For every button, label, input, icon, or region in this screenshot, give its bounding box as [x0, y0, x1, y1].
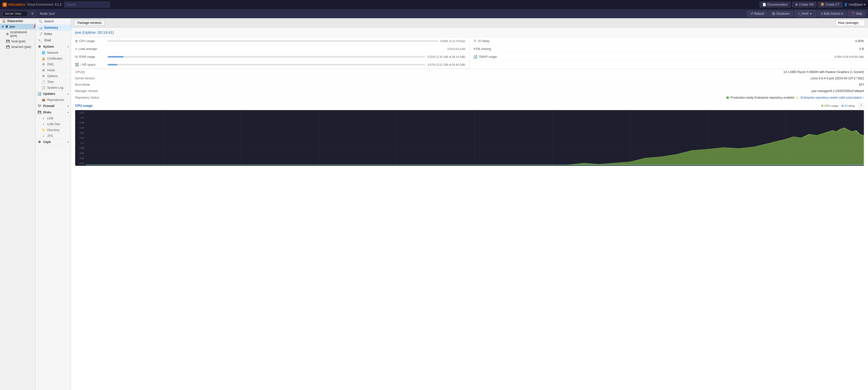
nav-section-disks[interactable]: 💾 Disks ▾: [35, 109, 71, 116]
cpu-stat-row: ⊞ CPU usage 0.00% of 12 CPU(s): [71, 37, 469, 45]
create-ct-label: Create CT: [825, 3, 839, 6]
ram-bar-fill: [107, 56, 124, 58]
nav-sub-options[interactable]: ⚙ Options: [35, 73, 71, 79]
nav-item-search[interactable]: 🔍 Search: [35, 18, 71, 25]
repo-enterprise-text: Production-ready Enterprise repository e…: [731, 96, 794, 99]
load-icon: ≡: [75, 47, 77, 51]
ram-bar: [107, 56, 425, 58]
ram-bar-container: [107, 56, 425, 58]
nav-section-ceph[interactable]: ⚙ Ceph ▾: [35, 139, 71, 145]
user-dropdown-icon: ▾: [864, 3, 865, 6]
search-icon: 🔍: [38, 20, 42, 23]
updates-label: Updates: [43, 92, 55, 96]
pve-expand-icon: ▾: [2, 25, 4, 28]
shutdown-button[interactable]: ⏻ Shutdown: [769, 11, 793, 17]
documentation-button[interactable]: 📄 Documentation: [760, 2, 790, 7]
nav-section-firewall[interactable]: 🛡 Firewall ▾: [35, 103, 71, 109]
time-selector-container: Hour (average): [836, 20, 865, 26]
directory-label: Directory: [47, 128, 59, 132]
topbar-actions: 📄 Documentation 🖥 Create VM 📦 Create CT …: [760, 2, 865, 7]
tree-item-localnetwork[interactable]: ⊞ localnetwork (pve): [0, 29, 35, 38]
hd-label: 💽 / HD space: [75, 63, 105, 66]
y-label-1: 0.2: [76, 117, 85, 119]
server-view-gear[interactable]: ⚙: [29, 11, 36, 17]
doc-icon: 📄: [763, 3, 766, 6]
shell-dropdown-icon[interactable]: ▾: [808, 11, 813, 16]
sidebar-tree: 🏠 Datacenter ▾ 🖥 pve: [0, 18, 35, 390]
nav-item-summary[interactable]: 📊 Summary: [35, 25, 71, 31]
reboot-button[interactable]: ↺ Reboot: [747, 11, 767, 17]
manager-info-row: Manager Version pve-manager/8.2.2/935535…: [71, 88, 868, 94]
search-input[interactable]: [64, 2, 110, 7]
nav-sub-directory[interactable]: 📁 Directory: [35, 127, 71, 133]
nav-sub-lvm-thin[interactable]: ▪ LVM-Thin: [35, 122, 71, 127]
ksm-label: KSM sharing: [474, 47, 504, 51]
nav-sub-lvm[interactable]: ▪ LVM: [35, 116, 71, 122]
swap-row: 🔄 SWAP usage 0.00% (0 B of 8.00 GiB): [469, 53, 868, 61]
create-ct-button[interactable]: 📦 Create CT: [818, 2, 842, 7]
cpu-legend-item: CPU usage: [821, 104, 839, 107]
chart-refresh-button[interactable]: ↺: [858, 103, 864, 108]
notes-icon: 📝: [38, 32, 42, 36]
cpu-chart-section: CPU usage CPU usage IO delay ↺ 0.22: [71, 101, 868, 168]
storage-icon: ⊞: [6, 32, 9, 36]
firewall-arrow: ▾: [67, 105, 69, 107]
nav-sub-network[interactable]: 🌐 Network: [35, 50, 71, 56]
nav-sub-repos[interactable]: 📦 Repositories: [35, 97, 71, 103]
main-layout: 🏠 Datacenter ▾ 🖥 pve: [0, 18, 868, 390]
repo-warning-link[interactable]: Enterprise repository needs valid subscr…: [801, 96, 864, 99]
time-range-select[interactable]: Hour (average): [836, 20, 865, 26]
cpu-legend-dot: [821, 105, 823, 107]
options-label: Options: [47, 74, 58, 78]
shell-button[interactable]: >_ Shell ▾: [795, 10, 816, 17]
hosts-icon: 🖥: [42, 68, 45, 72]
ksm-value: 0 B: [506, 47, 864, 51]
tree-item-local-lvm[interactable]: 💾 local-lvm (pve): [0, 44, 35, 50]
local-label: local (pve): [11, 39, 25, 43]
tree-item-local[interactable]: 💾 local (pve): [0, 38, 35, 44]
title-text: pve (Uptime: 00:19:41): [75, 30, 114, 34]
nav-sub-hosts[interactable]: 🖥 Hosts: [35, 67, 71, 73]
nav-item-notes[interactable]: 📝 Notes: [35, 31, 71, 37]
y-label-8: 0.06: [76, 152, 85, 155]
nav-section-updates[interactable]: 🔄 Updates ▾: [35, 91, 71, 97]
tree-item-datacenter[interactable]: 🏠 Datacenter: [0, 18, 35, 24]
swap-icon: 🔄: [474, 55, 477, 59]
dns-label: DNS: [47, 63, 54, 66]
syslog-label: System Log: [47, 86, 63, 90]
nav-sub-time[interactable]: 🕐 Time: [35, 79, 71, 85]
search-container: [64, 2, 110, 7]
repos-icon: 📦: [42, 98, 45, 102]
create-vm-button[interactable]: 🖥 Create VM: [792, 2, 816, 7]
help-button[interactable]: ❓ Help: [848, 11, 865, 17]
bulk-actions-button[interactable]: ≡ Bulk Actions ▾: [818, 11, 846, 17]
chart-legend: CPU usage IO delay ↺: [821, 103, 864, 108]
nav-sub-zfs[interactable]: ▪ ZFS: [35, 133, 71, 139]
y-label-4: 0.14: [76, 132, 85, 134]
nav-sub-dns[interactable]: ⚙ DNS: [35, 62, 71, 67]
nav-sub-syslog[interactable]: 📋 System Log: [35, 85, 71, 91]
repo-warning-icon: ⚠: [796, 96, 799, 100]
package-versions-button[interactable]: Package versions: [74, 20, 105, 26]
nav-item-shell[interactable]: >_ Shell: [35, 37, 71, 44]
nav-sub-certificates[interactable]: 🔒 Certificates: [35, 56, 71, 62]
secondary-toolbar: Server View ⚙ Node 'pve' ↺ Reboot ⏻ Shut…: [0, 9, 868, 18]
cpu-info-value: 12 x AMD Ryzen 5 6600H with Radeon Graph…: [117, 69, 868, 75]
tree-item-pve[interactable]: ▾ 🖥 pve: [0, 24, 35, 29]
shell-icon: >_: [798, 12, 802, 15]
updates-arrow: ▾: [67, 93, 69, 95]
time-icon: 🕐: [42, 80, 45, 84]
repo-link-arrow: ›: [863, 96, 864, 99]
manager-info-label: Manager Version: [71, 88, 117, 94]
network-icon: 🌐: [42, 51, 45, 55]
content-header: Package versions Hour (average): [71, 18, 868, 28]
help-label: Help: [856, 12, 862, 15]
cpu-value: 0.00% of 12 CPU(s): [440, 39, 465, 42]
user-menu[interactable]: 👤 root@pam ▾: [844, 3, 865, 6]
cpu-usage-label: ⊞ CPU usage: [75, 39, 105, 43]
stats-grid: ⊞ CPU usage 0.00% of 12 CPU(s) ⏱ IO dela…: [71, 37, 868, 69]
io-delay-value: 0.00%: [506, 39, 864, 43]
server-view-select[interactable]: Server View: [3, 11, 28, 17]
nav-section-system[interactable]: ⚙ System ▾: [35, 44, 71, 50]
cpu-info-row: CPU(s) 12 x AMD Ryzen 5 6600H with Radeo…: [71, 69, 868, 75]
